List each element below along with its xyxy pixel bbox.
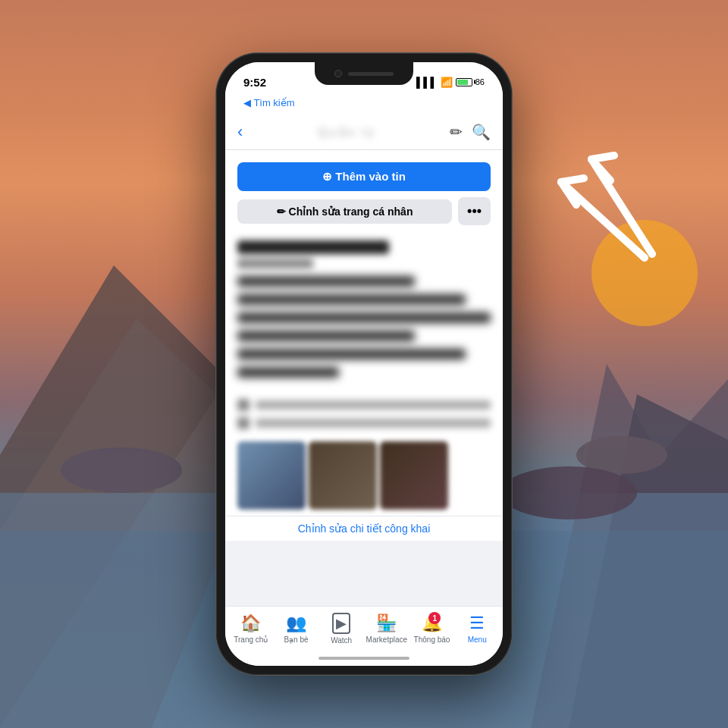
battery-fill xyxy=(457,80,468,85)
speaker-bar xyxy=(348,72,394,76)
marketplace-label: Marketplace xyxy=(366,635,407,644)
photo-thumb-3[interactable] xyxy=(380,441,448,510)
content-area: ⊕ Thêm vào tin ✏ Chỉnh sửa trang cá nhân… xyxy=(225,150,503,541)
nav-item-home[interactable]: 🏠 Trang chủ xyxy=(228,613,274,644)
camera-dot xyxy=(334,70,342,77)
meta-icon-2 xyxy=(237,417,249,429)
phone-notch xyxy=(315,62,413,85)
search-hint-bar[interactable]: ◀ Tìm kiếm xyxy=(225,96,503,115)
blur-line-5 xyxy=(237,349,466,359)
home-icon: 🏠 xyxy=(240,613,261,633)
edit-icon[interactable]: ✏ xyxy=(450,123,463,141)
edit-public-detail[interactable]: Chỉnh sửa chi tiết công khai xyxy=(225,516,503,541)
meta-icon-1 xyxy=(237,399,249,411)
phone-body: 9:52 ▌▌▌ 📶 86 ◀ Tìm kiếm ‹ Quản lý xyxy=(216,53,512,675)
menu-icon: ☰ xyxy=(469,613,485,633)
photo-thumb-1[interactable] xyxy=(237,441,306,510)
edit-public-label: Chỉnh sửa chi tiết công khai xyxy=(298,522,431,535)
back-search-label: ◀ Tìm kiếm xyxy=(243,97,295,108)
notifications-label: Thông báo xyxy=(414,635,450,644)
friends-icon: 👥 xyxy=(286,613,306,633)
blur-line-6 xyxy=(237,367,339,378)
blur-line-3 xyxy=(237,312,491,323)
watch-icon: ▶ xyxy=(332,613,350,634)
nav-item-marketplace[interactable]: 🏪 Marketplace xyxy=(364,613,410,644)
app-header: ‹ Quản lý ✏ 🔍 xyxy=(225,115,503,150)
header-title: Quản lý xyxy=(317,124,375,140)
status-time: 9:52 xyxy=(243,76,266,89)
blur-line-1 xyxy=(237,276,415,287)
watch-label: Watch xyxy=(331,636,352,645)
profile-action-row: ✏ Chỉnh sửa trang cá nhân ••• xyxy=(237,197,491,225)
svg-point-8 xyxy=(500,466,637,519)
battery-icon xyxy=(456,78,472,86)
phone-screen: 9:52 ▌▌▌ 📶 86 ◀ Tìm kiếm ‹ Quản lý xyxy=(225,62,503,666)
marketplace-icon: 🏪 xyxy=(376,613,397,633)
menu-label: Menu xyxy=(468,635,487,644)
profile-name-section xyxy=(225,234,503,270)
search-icon[interactable]: 🔍 xyxy=(472,123,491,141)
blurred-info xyxy=(225,270,503,391)
meta-row-2 xyxy=(237,417,491,429)
nav-item-friends[interactable]: 👥 Bạn bè xyxy=(274,613,319,644)
profile-meta xyxy=(225,391,503,429)
home-label: Trang chủ xyxy=(234,635,268,644)
battery-percent: 86 xyxy=(475,77,485,86)
photo-thumb-2[interactable] xyxy=(309,441,377,510)
status-icons: ▌▌▌ 📶 86 xyxy=(416,77,485,88)
nav-item-watch[interactable]: ▶ Watch xyxy=(318,613,364,645)
profile-name-blur xyxy=(237,240,389,254)
friends-label: Bạn bè xyxy=(284,635,308,644)
meta-text-2 xyxy=(256,419,491,428)
more-options-button[interactable]: ••• xyxy=(458,197,491,225)
header-actions: ✏ 🔍 xyxy=(450,123,491,141)
edit-profile-button[interactable]: ✏ Chỉnh sửa trang cá nhân xyxy=(237,199,452,224)
nav-item-notifications[interactable]: 🔔 1 Thông báo xyxy=(410,613,455,644)
blur-line-4 xyxy=(237,331,415,341)
back-button[interactable]: ‹ xyxy=(237,122,243,142)
more-icon: ••• xyxy=(467,203,482,218)
friend-count-blur xyxy=(237,259,313,268)
add-story-button[interactable]: ⊕ Thêm vào tin xyxy=(237,162,491,191)
svg-point-6 xyxy=(61,447,182,493)
photo-row xyxy=(225,435,503,516)
signal-icon: ▌▌▌ xyxy=(416,77,438,88)
blur-line-2 xyxy=(237,294,466,305)
wifi-icon: 📶 xyxy=(441,77,453,88)
meta-row-1 xyxy=(237,399,491,411)
meta-text-1 xyxy=(256,400,491,410)
nav-item-menu[interactable]: ☰ Menu xyxy=(454,613,500,644)
phone: 9:52 ▌▌▌ 📶 86 ◀ Tìm kiếm ‹ Quản lý xyxy=(216,53,512,675)
home-indicator xyxy=(318,657,410,660)
